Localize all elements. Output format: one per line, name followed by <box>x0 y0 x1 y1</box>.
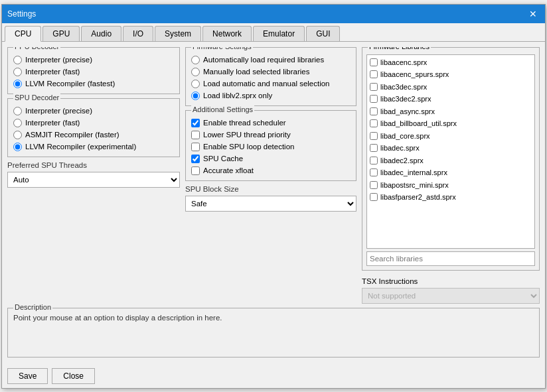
tab-cpu[interactable]: CPU <box>5 26 41 42</box>
preferred-spu-threads-group: Preferred SPU Threads Auto 1 2 3 4 <box>7 161 180 188</box>
list-item[interactable]: libaacenc_spurs.sprx <box>368 68 533 81</box>
enable-spu-loop-detection[interactable]: Enable SPU loop detection <box>191 143 351 151</box>
save-button[interactable]: Save <box>7 368 48 384</box>
list-item[interactable]: libad_async.sprx <box>368 105 533 118</box>
list-item[interactable]: libasfparser2_astd.sprx <box>368 191 533 204</box>
tab-audio[interactable]: Audio <box>81 26 121 41</box>
firmware-settings-title: Firmware Settings <box>191 47 253 50</box>
list-item[interactable]: libadec_internal.sprx <box>368 166 533 179</box>
lib-libac3dec-check[interactable] <box>370 83 378 91</box>
close-button[interactable]: Close <box>52 368 95 384</box>
spu-block-size-label: SPU Block Size <box>185 185 356 193</box>
lib-libaacenc-check[interactable] <box>370 58 378 66</box>
close-window-button[interactable]: ✕ <box>526 9 540 19</box>
spu-interpreter-fast[interactable]: Interpreter (fast) <box>13 119 174 127</box>
list-item[interactable]: libaacenc.sprx <box>368 56 533 69</box>
enable-spu-loop-check[interactable] <box>191 143 200 151</box>
spu-interpreter-fast-label: Interpreter (fast) <box>25 119 80 127</box>
list-item[interactable]: libad_core.sprx <box>368 130 533 143</box>
library-list[interactable]: libaacenc.sprx libaacenc_spurs.sprx liba… <box>366 54 535 249</box>
fw-manual-radio[interactable] <box>191 68 200 76</box>
ppu-interpreter-precise[interactable]: Interpreter (precise) <box>13 56 174 64</box>
lib-libasfparser-check[interactable] <box>370 193 378 201</box>
library-search-input[interactable] <box>366 251 535 266</box>
ppu-llvm-radio[interactable] <box>13 80 22 88</box>
fw-auto-manual-radio[interactable] <box>191 80 200 88</box>
tab-gui[interactable]: GUI <box>306 26 340 41</box>
firmware-libraries-title: Firmware Libraries <box>368 47 431 50</box>
lower-spu-thread-priority-check[interactable] <box>191 131 200 139</box>
footer: Save Close <box>2 363 545 388</box>
spu-cache-check[interactable] <box>191 155 200 163</box>
spu-cache-label: SPU Cache <box>203 155 243 163</box>
list-item[interactable]: libadec.sprx <box>368 142 533 155</box>
list-item[interactable]: libac3dec2.sprx <box>368 93 533 105</box>
tsx-instructions-select[interactable]: Not supported <box>362 288 540 304</box>
preferred-spu-threads-select[interactable]: Auto 1 2 3 4 <box>7 172 180 188</box>
lib-libac3dec2-check[interactable] <box>370 95 378 103</box>
accurate-xfloat-label: Accurate xfloat <box>203 166 254 174</box>
spu-asmjit[interactable]: ASMJIT Recompiler (faster) <box>13 131 174 139</box>
tab-io[interactable]: I/O <box>123 26 153 41</box>
fw-manual-load[interactable]: Manually load selected libraries <box>191 68 351 76</box>
lib-libapostsrc-check[interactable] <box>370 181 378 189</box>
spu-llvm[interactable]: LLVM Recompiler (experimental) <box>13 143 174 151</box>
ppu-decoder-title: PPU Decoder <box>13 47 60 50</box>
fw-auto-manual[interactable]: Load automatic and manual selection <box>191 80 351 88</box>
spu-llvm-radio[interactable] <box>13 143 22 151</box>
list-item[interactable]: libad_billboard_util.sprx <box>368 117 533 130</box>
description-title: Description <box>13 303 52 311</box>
preferred-spu-threads-label: Preferred SPU Threads <box>7 161 180 169</box>
lib-libadec-check[interactable] <box>370 144 378 152</box>
lower-spu-thread-priority[interactable]: Lower SPU thread priority <box>191 131 351 139</box>
lib-libad-billboard-check[interactable] <box>370 119 378 127</box>
list-item[interactable]: libac3dec.sprx <box>368 81 533 94</box>
fw-liblv2-radio[interactable] <box>191 92 200 100</box>
col-right: Firmware Libraries libaacenc.sprx libaac… <box>362 47 540 304</box>
accurate-xfloat-check[interactable] <box>191 166 200 175</box>
fw-auto-load[interactable]: Automatically load required libraries <box>191 56 351 64</box>
list-item[interactable]: libapostsrc_mini.sprx <box>368 179 533 192</box>
accurate-xfloat[interactable]: Accurate xfloat <box>191 166 351 175</box>
lib-libadec-internal-check[interactable] <box>370 168 378 176</box>
tsx-instructions-label: TSX Instructions <box>362 277 540 285</box>
enable-spu-loop-label: Enable SPU loop detection <box>203 143 294 151</box>
lib-libad-core-check[interactable] <box>370 132 378 140</box>
spu-decoder-title: SPU Decoder <box>13 94 60 101</box>
tab-gpu[interactable]: GPU <box>42 26 80 41</box>
lib-libad-billboard-label: libad_billboard_util.sprx <box>380 118 457 129</box>
firmware-libraries-group: Firmware Libraries libaacenc.sprx libaac… <box>362 47 540 271</box>
spu-asmjit-label: ASMJIT Recompiler (faster) <box>25 131 119 139</box>
ppu-llvm-recompiler[interactable]: LLVM Recompiler (fastest) <box>13 80 174 88</box>
fw-auto-radio[interactable] <box>191 56 200 64</box>
window-title: Settings <box>7 9 36 19</box>
ppu-interpreter-fast[interactable]: Interpreter (fast) <box>13 68 174 76</box>
spu-interpreter-fast-radio[interactable] <box>13 119 22 127</box>
ppu-interpreter-precise-radio[interactable] <box>13 56 22 64</box>
fw-liblv2-label: Load liblv2.sprx only <box>203 92 272 99</box>
lib-libad-async-check[interactable] <box>370 107 378 115</box>
spu-interpreter-precise-radio[interactable] <box>13 107 22 115</box>
tab-network[interactable]: Network <box>202 26 252 41</box>
lib-libad-core-label: libad_core.sprx <box>380 131 430 142</box>
spu-interpreter-precise[interactable]: Interpreter (precise) <box>13 107 174 115</box>
lib-libaacenc-spurs-check[interactable] <box>370 70 378 78</box>
tab-system[interactable]: System <box>155 26 201 41</box>
ppu-llvm-label: LLVM Recompiler (fastest) <box>25 80 115 88</box>
lib-libaacenc-label: libaacenc.sprx <box>380 57 427 68</box>
ppu-interpreter-fast-radio[interactable] <box>13 68 22 76</box>
tab-emulator[interactable]: Emulator <box>253 26 305 41</box>
spu-block-size-select[interactable]: Safe Mega Giga <box>185 196 356 212</box>
lib-libadec2-check[interactable] <box>370 157 378 164</box>
fw-manual-label: Manually load selected libraries <box>203 68 309 76</box>
description-box: Description Point your mouse at an optio… <box>7 308 540 358</box>
list-item[interactable]: libadec2.sprx <box>368 155 533 167</box>
spu-asmjit-radio[interactable] <box>13 131 22 139</box>
spu-cache[interactable]: SPU Cache <box>191 155 351 163</box>
fw-liblv2-only[interactable]: Load liblv2.sprx only <box>191 92 351 100</box>
enable-thread-scheduler[interactable]: Enable thread scheduler <box>191 119 351 127</box>
col-left: PPU Decoder Interpreter (precise) Interp… <box>7 47 180 304</box>
enable-thread-scheduler-check[interactable] <box>191 119 200 127</box>
additional-settings-title: Additional Settings <box>191 105 254 113</box>
spu-llvm-label: LLVM Recompiler (experimental) <box>25 143 136 151</box>
